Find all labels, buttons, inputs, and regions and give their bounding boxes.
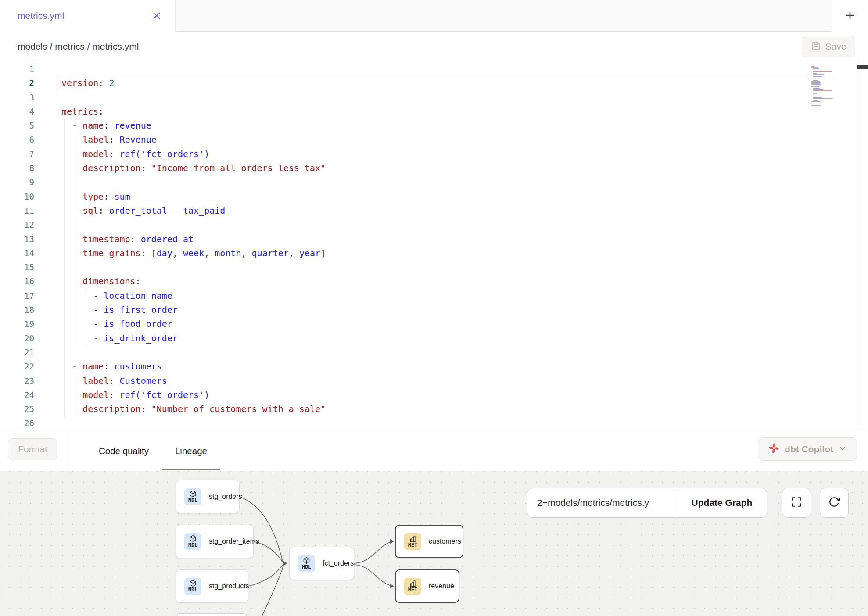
bottom-toolbar: Format Code quality Lineage [0, 430, 868, 471]
code-line-22[interactable]: 22 - name: customers [0, 359, 868, 373]
code-line-23[interactable]: 23 label: Customers [0, 374, 868, 388]
dbt-copilot-button[interactable]: dbt Copilot [758, 437, 857, 461]
refresh-icon [829, 496, 840, 509]
node-badge-label: MET [408, 543, 417, 548]
code-line-14[interactable]: 14 time_grains: [day, week, month, quart… [0, 246, 868, 260]
panel-tabs: Code quality Lineage [86, 430, 220, 471]
lineage-controls: 2+models/metrics/metrics.y Update Graph [527, 488, 767, 518]
breadcrumb-row: models / metrics / metrics.yml Save [0, 32, 868, 61]
line-number: 13 [0, 232, 34, 246]
code-line-18[interactable]: 18 - is_first_order [0, 303, 868, 317]
line-number: 25 [0, 402, 34, 416]
lineage-node-stg_products[interactable]: MDLstg_products [176, 569, 248, 603]
code-line-26[interactable]: 26 [0, 416, 868, 430]
line-text [34, 345, 61, 359]
line-number: 11 [0, 204, 34, 218]
tab-lineage[interactable]: Lineage [162, 430, 220, 471]
line-text: model: ref('fct_orders') [34, 388, 209, 402]
line-number: 18 [0, 303, 34, 317]
line-text: model: ref('fct_orders') [34, 147, 209, 161]
line-number: 12 [0, 218, 34, 232]
code-editor[interactable]: 12version: 234metrics:5 - name: revenue6… [0, 61, 868, 430]
lineage-node-fct_orders[interactable]: MDLfct_orders [289, 547, 354, 580]
line-number: 23 [0, 374, 34, 388]
code-line-19[interactable]: 19 - is_food_order [0, 317, 868, 331]
ide-window: metrics.yml + models / metrics / metrics… [0, 0, 868, 616]
lineage-canvas[interactable]: MDLstg_ordersMDLstg_order_itemsMDLstg_pr… [0, 471, 868, 616]
save-button[interactable]: Save [802, 36, 855, 57]
tab-code-quality-label: Code quality [99, 446, 149, 456]
code-line-1[interactable]: 1 [0, 62, 868, 76]
lineage-node-stg_order_items[interactable]: MDLstg_order_items [176, 525, 254, 558]
code-line-9[interactable]: 9 [0, 175, 868, 189]
tab-code-quality[interactable]: Code quality [86, 430, 162, 471]
line-text: version: 2 [34, 76, 114, 90]
format-button[interactable]: Format [8, 438, 57, 460]
code-line-24[interactable]: 24 model: ref('fct_orders') [0, 388, 868, 402]
metric-chart-icon: MET [404, 533, 421, 550]
tab-title: metrics.yml [0, 11, 64, 21]
tab-bar: metrics.yml + [0, 0, 868, 32]
code-line-8[interactable]: 8 description: "Income from all orders l… [0, 161, 868, 175]
line-number: 19 [0, 317, 34, 331]
node-label: revenue [429, 582, 454, 590]
save-button-label: Save [825, 41, 846, 52]
node-label: fct_orders [323, 559, 354, 567]
new-tab-button[interactable]: + [832, 0, 868, 32]
save-icon [811, 41, 821, 53]
code-line-2[interactable]: 2version: 2 [0, 76, 868, 90]
model-cube-icon: MDL [184, 533, 201, 550]
editor-scroll-indicator[interactable] [857, 65, 868, 69]
line-number: 8 [0, 161, 34, 175]
line-number: 22 [0, 359, 34, 373]
line-text [34, 260, 61, 274]
update-graph-button[interactable]: Update Graph [677, 488, 767, 517]
line-text: metrics: [34, 104, 104, 118]
code-line-11[interactable]: 11 sql: order_total - tax_paid [0, 204, 868, 218]
line-number: 3 [0, 90, 34, 104]
fullscreen-icon [791, 496, 802, 509]
close-icon[interactable] [151, 11, 162, 21]
line-text: type: sum [34, 190, 130, 204]
lineage-node-customers[interactable]: METcustomers [395, 525, 463, 558]
lineage-node-revenue[interactable]: METrevenue [395, 569, 459, 603]
minimap[interactable] [811, 63, 854, 168]
tab-lineage-label: Lineage [175, 446, 207, 456]
code-line-13[interactable]: 13 timestamp: ordered_at [0, 232, 868, 246]
node-badge-label: MDL [188, 587, 197, 593]
dbt-copilot-label: dbt Copilot [785, 444, 833, 455]
tab-metrics-yml[interactable]: metrics.yml [0, 0, 176, 32]
dbt-copilot-icon [768, 442, 780, 456]
code-line-16[interactable]: 16 dimensions: [0, 274, 868, 288]
line-text [34, 62, 61, 76]
line-number: 24 [0, 388, 34, 402]
code-line-7[interactable]: 7 model: ref('fct_orders') [0, 147, 868, 161]
code-line-17[interactable]: 17 - location_name [0, 289, 868, 303]
breadcrumb: models / metrics / metrics.yml [18, 32, 139, 61]
code-line-3[interactable]: 3 [0, 90, 868, 104]
code-line-21[interactable]: 21 [0, 345, 868, 359]
code-line-12[interactable]: 12 [0, 218, 868, 232]
model-cube-icon: MDL [184, 578, 201, 595]
lineage-selector-input[interactable]: 2+models/metrics/metrics.y [527, 488, 677, 517]
line-number: 16 [0, 274, 34, 288]
line-number: 15 [0, 260, 34, 274]
code-line-25[interactable]: 25 description: "Number of customers wit… [0, 402, 868, 416]
line-number: 21 [0, 345, 34, 359]
node-badge-label: MET [408, 587, 417, 593]
line-text: label: Revenue [34, 133, 157, 147]
code-line-5[interactable]: 5 - name: revenue [0, 118, 868, 133]
fullscreen-button[interactable] [782, 488, 811, 518]
line-number: 1 [0, 62, 34, 76]
refresh-button[interactable] [820, 488, 849, 518]
code-line-10[interactable]: 10 type: sum [0, 190, 868, 204]
lineage-node-stg_orders[interactable]: MDLstg_orders [176, 480, 240, 513]
code-line-4[interactable]: 4metrics: [0, 104, 868, 118]
line-text: description: "Income from all orders les… [34, 161, 326, 175]
code-line-15[interactable]: 15 [0, 260, 868, 274]
plus-icon: + [846, 7, 854, 22]
node-label: stg_orders [209, 493, 242, 501]
code-line-20[interactable]: 20 - is_drink_order [0, 331, 868, 345]
lineage-node-partial[interactable] [176, 613, 247, 616]
code-line-6[interactable]: 6 label: Revenue [0, 133, 868, 147]
